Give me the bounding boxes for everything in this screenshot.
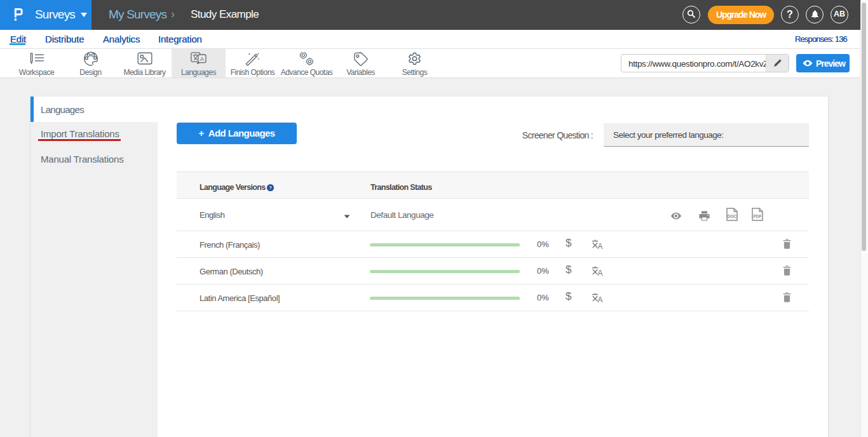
svg-text:?: ? [269, 185, 272, 191]
svg-text:A: A [597, 269, 602, 276]
svg-text:PDF: PDF [754, 214, 762, 218]
svg-text:A: A [597, 242, 602, 250]
svg-text:DOC: DOC [728, 214, 737, 218]
svg-text:A: A [200, 56, 204, 62]
svg-text:A: A [597, 295, 602, 303]
